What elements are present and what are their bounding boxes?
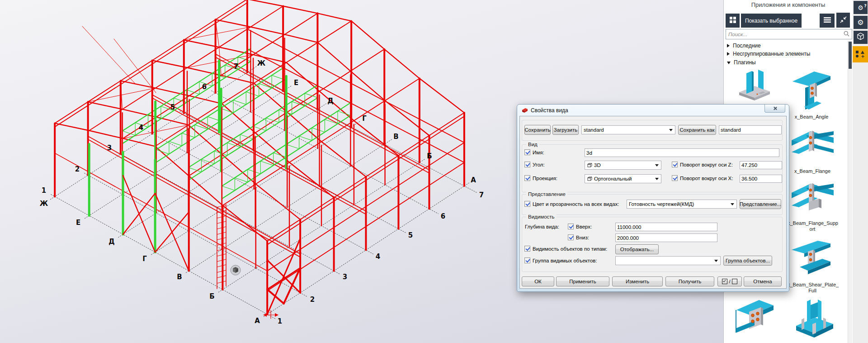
show-selected-button[interactable]: Показать выбранное [741, 14, 802, 28]
search-input[interactable] [726, 32, 844, 37]
grid-label: Д [327, 97, 333, 105]
chevron-down-icon [655, 178, 659, 180]
object-types-checkbox[interactable] [524, 246, 530, 252]
unchecked-box-icon [732, 279, 737, 284]
grid-label: Д [108, 238, 114, 246]
model-views-tab[interactable] [854, 31, 868, 44]
panel-scrollbar[interactable] [848, 41, 852, 343]
dialog-title: Свойства вида [531, 107, 568, 114]
grid-label: Е [76, 219, 80, 227]
component-label-line1: x_Beam_Flange_Supp [788, 220, 837, 226]
depth-up-checkbox[interactable] [568, 224, 574, 229]
component-item[interactable]: x_Beam_Angle [792, 68, 831, 115]
grid-label: 5 [170, 103, 175, 111]
grid-label: 3 [343, 273, 347, 281]
component-thumbnail [792, 68, 831, 113]
angle-checkbox[interactable] [524, 162, 530, 167]
save-as-button[interactable]: Сохранить как [678, 125, 716, 135]
list-menu-button[interactable] [820, 14, 835, 28]
grid-label: Б [427, 152, 432, 160]
applications-components-tab[interactable]: + [853, 46, 868, 62]
depth-down-checkbox[interactable] [568, 234, 574, 240]
rotation-x-input[interactable] [740, 175, 782, 183]
cube-icon [857, 33, 864, 42]
gear-icon: ⚙ [857, 19, 863, 26]
tree-item-recent[interactable]: Последние [727, 42, 761, 49]
grid-label: В [393, 133, 398, 141]
toggle-all-checkboxes-button[interactable]: / [717, 276, 742, 286]
projection-cube-icon [586, 176, 592, 182]
ok-button[interactable]: ОК [522, 276, 554, 286]
get-button[interactable]: Получить [665, 276, 714, 286]
component-thumbnail [737, 67, 773, 104]
depth-down-input[interactable] [615, 233, 717, 242]
view-properties-dialog: Свойства вида Сохранить Загрузить standa… [517, 104, 789, 292]
visible-group-combo[interactable] [615, 256, 721, 265]
rotation-x-checkbox[interactable] [672, 175, 678, 181]
grid-label: 5 [408, 231, 413, 239]
projection-checkbox[interactable] [524, 175, 530, 181]
color-transparency-checkbox[interactable] [524, 201, 530, 207]
component-thumbnail [792, 298, 837, 343]
component-label-line2: Full [788, 288, 837, 294]
visible-group-checkbox[interactable] [524, 257, 530, 263]
grid-label: 4 [139, 124, 143, 132]
component-item[interactable] [737, 67, 773, 106]
grid-label: Г [142, 255, 147, 263]
grid-label: 4 [376, 252, 380, 261]
settings-tab[interactable]: ⚙ [854, 16, 868, 29]
tekla-main-window: ЖЖЕЕДДГГВВББАА11223344556677 Приложения … [0, 0, 868, 343]
grid-label: 6 [202, 83, 207, 91]
grid-view-icon [730, 17, 736, 24]
tekla-logo-icon [522, 108, 528, 113]
chevron-down-icon [655, 164, 659, 167]
component-item[interactable] [792, 298, 837, 343]
grid-label: Г [362, 114, 367, 123]
chevron-right-icon [727, 52, 730, 56]
scrollbar-thumb[interactable] [849, 42, 852, 69]
collapse-panel-button[interactable] [836, 13, 850, 28]
grid-label: 7 [479, 191, 484, 199]
menu-icon [824, 17, 831, 24]
representation-button[interactable]: Представление... [740, 199, 781, 209]
close-button[interactable] [764, 105, 785, 113]
rotation-z-input[interactable] [740, 161, 782, 169]
projection-combo[interactable]: Ортогональный [585, 174, 661, 183]
component-label-line2: ort [788, 226, 837, 232]
component-item[interactable] [736, 296, 774, 343]
component-help-tab[interactable]: ⚙? [854, 1, 868, 14]
chevron-down-icon [727, 62, 731, 64]
component-item[interactable]: x_Beam_Flange [791, 122, 835, 169]
tree-item-ungrouped[interactable]: Несгруппированные элементы [727, 50, 810, 57]
representation-combo[interactable]: Готовность чертежей(КМД) [627, 200, 737, 209]
display-button[interactable]: Отображать... [615, 244, 659, 254]
grid-label: 2 [75, 165, 80, 173]
cancel-button[interactable]: Отмена [744, 276, 782, 286]
dialog-body: Сохранить Загрузить standard Сохранить к… [519, 116, 787, 289]
object-group-button[interactable]: Группа объектов... [723, 256, 772, 266]
component-item[interactable]: x_Beam_Shear_Plate_ Full [791, 238, 835, 282]
component-item[interactable]: x_Beam_Flange_Supp ort [791, 176, 835, 221]
apply-button[interactable]: Применить [556, 276, 609, 286]
close-icon [773, 106, 777, 110]
tree-item-plugins[interactable]: Плагины [727, 58, 756, 66]
depth-up-input[interactable] [615, 223, 717, 231]
side-tab-strip: ⚙? ⚙ + [853, 0, 868, 343]
view-name-input[interactable] [585, 148, 779, 157]
grid-label: А [255, 317, 260, 325]
thumbnail-view-button[interactable] [726, 14, 740, 28]
angle-combo[interactable]: 3D [585, 161, 661, 170]
save-as-input[interactable] [719, 125, 782, 134]
component-thumbnail [791, 238, 835, 281]
save-button[interactable]: Сохранить [524, 125, 551, 135]
preset-combo[interactable]: standard [581, 125, 675, 134]
rotation-z-checkbox[interactable] [672, 162, 678, 167]
grid-label: Е [294, 79, 298, 87]
name-checkbox[interactable] [524, 149, 530, 155]
modify-button[interactable]: Изменить [612, 276, 663, 286]
search-icon [844, 30, 849, 38]
load-button[interactable]: Загрузить [552, 125, 579, 135]
chevron-down-icon [714, 260, 718, 262]
chevron-right-icon [727, 44, 730, 48]
dialog-titlebar[interactable]: Свойства вида [522, 107, 568, 114]
